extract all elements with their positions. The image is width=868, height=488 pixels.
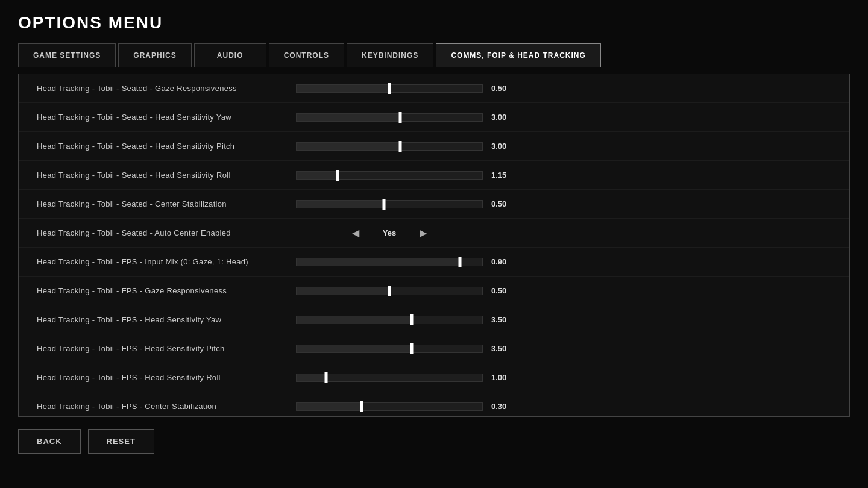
slider-thumb xyxy=(410,314,413,325)
reset-button[interactable]: RESET xyxy=(88,429,154,454)
slider-fill xyxy=(297,345,412,352)
slider-track[interactable] xyxy=(296,142,483,151)
slider-container[interactable] xyxy=(296,198,483,210)
slider-container[interactable] xyxy=(296,83,483,95)
slider-fill xyxy=(297,85,389,92)
slider-fill xyxy=(297,316,412,324)
row-value: 0.50 xyxy=(483,286,519,295)
slider-container[interactable] xyxy=(296,140,483,152)
row-label: Head Tracking - Tobii - FPS - Head Sensi… xyxy=(37,344,296,353)
slider-container[interactable] xyxy=(296,256,483,268)
slider-thumb xyxy=(399,141,402,152)
slider-fill xyxy=(297,172,338,179)
row-label: Head Tracking - Tobii - FPS - Center Sta… xyxy=(37,402,296,411)
slider-thumb xyxy=(399,112,402,123)
row-label: Head Tracking - Tobii - Seated - Center … xyxy=(37,199,296,208)
settings-row: Head Tracking - Tobii - FPS - Center Sta… xyxy=(19,392,849,417)
slider-track[interactable] xyxy=(296,200,483,208)
slider-track[interactable] xyxy=(296,287,483,295)
settings-row: Head Tracking - Tobii - Seated - Auto Ce… xyxy=(19,219,849,248)
toggle-right-arrow[interactable]: ▶ xyxy=(414,227,433,239)
row-value: 3.00 xyxy=(483,113,519,122)
slider-track[interactable] xyxy=(296,171,483,180)
row-label: Head Tracking - Tobii - Seated - Head Se… xyxy=(37,113,296,122)
slider-track[interactable] xyxy=(296,84,483,93)
row-label: Head Tracking - Tobii - FPS - Gaze Respo… xyxy=(37,286,296,295)
slider-container[interactable] xyxy=(296,169,483,181)
slider-container[interactable] xyxy=(296,343,483,355)
tab-game-settings[interactable]: GAME SETTINGS xyxy=(18,43,116,67)
row-label: Head Tracking - Tobii - FPS - Input Mix … xyxy=(37,257,296,266)
settings-row: Head Tracking - Tobii - Seated - Head Se… xyxy=(19,161,849,190)
slider-fill xyxy=(297,114,400,121)
settings-row: Head Tracking - Tobii - Seated - Gaze Re… xyxy=(19,74,849,103)
settings-row: Head Tracking - Tobii - FPS - Head Sensi… xyxy=(19,334,849,363)
row-value: 1.00 xyxy=(483,373,519,382)
slider-thumb xyxy=(336,170,339,181)
slider-track[interactable] xyxy=(296,113,483,122)
slider-fill xyxy=(297,201,384,208)
settings-row: Head Tracking - Tobii - Seated - Head Se… xyxy=(19,132,849,161)
slider-track[interactable] xyxy=(296,402,483,411)
tab-graphics[interactable]: GRAPHICS xyxy=(118,43,191,67)
settings-row: Head Tracking - Tobii - Seated - Center … xyxy=(19,190,849,219)
row-value: 1.15 xyxy=(483,170,519,180)
slider-track[interactable] xyxy=(296,345,483,353)
slider-fill xyxy=(297,287,389,295)
settings-row: Head Tracking - Tobii - Seated - Head Se… xyxy=(19,103,849,132)
settings-row: Head Tracking - Tobii - FPS - Head Sensi… xyxy=(19,305,849,334)
slider-container[interactable] xyxy=(296,372,483,384)
row-value: 0.90 xyxy=(483,257,519,266)
tab-keybindings[interactable]: KEYBINDINGS xyxy=(347,43,433,67)
slider-track[interactable] xyxy=(296,258,483,266)
toggle-left-arrow[interactable]: ◀ xyxy=(346,227,365,239)
row-value: 0.50 xyxy=(483,84,519,93)
bottom-bar: BACK RESET xyxy=(0,417,868,466)
row-label: Head Tracking - Tobii - Seated - Head Se… xyxy=(37,142,296,151)
slider-thumb xyxy=(360,401,363,412)
back-button[interactable]: BACK xyxy=(18,429,81,454)
slider-thumb xyxy=(325,372,328,383)
slider-container[interactable] xyxy=(296,285,483,297)
slider-thumb xyxy=(382,199,385,210)
toggle-container: ◀Yes▶ xyxy=(296,227,483,239)
settings-row: Head Tracking - Tobii - FPS - Head Sensi… xyxy=(19,363,849,392)
slider-fill xyxy=(297,258,460,266)
row-value: 3.50 xyxy=(483,315,519,324)
content-area: Head Tracking - Tobii - Seated - Gaze Re… xyxy=(18,74,850,417)
slider-track[interactable] xyxy=(296,374,483,382)
slider-container[interactable] xyxy=(296,314,483,326)
slider-thumb xyxy=(388,286,391,296)
slider-container[interactable] xyxy=(296,111,483,124)
settings-row: Head Tracking - Tobii - FPS - Input Mix … xyxy=(19,248,849,277)
page-title: OPTIONS MENU xyxy=(0,0,868,43)
tab-comms[interactable]: COMMS, FOIP & HEAD TRACKING xyxy=(436,43,600,67)
row-label: Head Tracking - Tobii - Seated - Auto Ce… xyxy=(37,228,296,237)
slider-thumb xyxy=(388,83,391,94)
slider-track[interactable] xyxy=(296,316,483,324)
row-value: 3.50 xyxy=(483,344,519,353)
tab-bar: GAME SETTINGSGRAPHICSAUDIOCONTROLSKEYBIN… xyxy=(0,43,868,67)
row-value: 3.00 xyxy=(483,142,519,151)
slider-container[interactable] xyxy=(296,401,483,413)
row-label: Head Tracking - Tobii - Seated - Head Se… xyxy=(37,170,296,180)
row-label: Head Tracking - Tobii - FPS - Head Sensi… xyxy=(37,315,296,324)
row-value: 0.50 xyxy=(483,199,519,208)
slider-fill xyxy=(297,374,326,381)
row-label: Head Tracking - Tobii - FPS - Head Sensi… xyxy=(37,373,296,382)
row-label: Head Tracking - Tobii - Seated - Gaze Re… xyxy=(37,84,296,93)
slider-thumb xyxy=(410,343,413,354)
row-value: 0.30 xyxy=(483,402,519,411)
settings-row: Head Tracking - Tobii - FPS - Gaze Respo… xyxy=(19,277,849,305)
toggle-value: Yes xyxy=(365,228,414,237)
slider-fill xyxy=(297,403,362,410)
slider-fill xyxy=(297,143,400,150)
tab-controls[interactable]: CONTROLS xyxy=(269,43,344,67)
tab-audio[interactable]: AUDIO xyxy=(194,43,266,67)
slider-thumb xyxy=(459,257,462,267)
